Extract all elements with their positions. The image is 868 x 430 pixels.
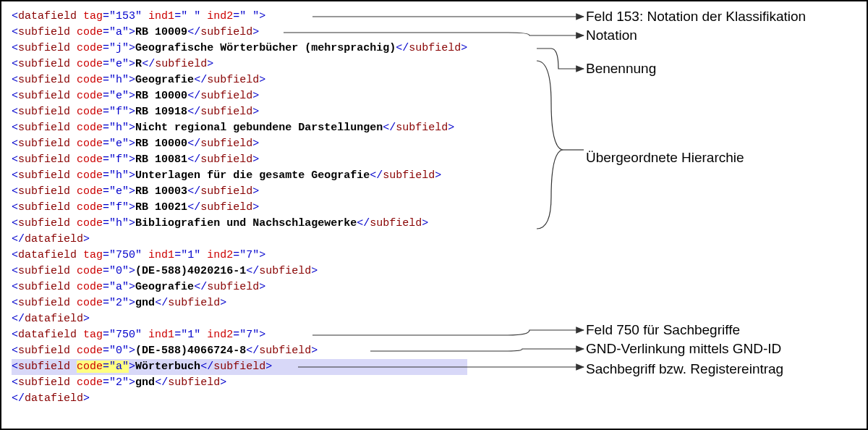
code-line: <subfield code="h">Geografie</subfield> [12, 72, 467, 88]
code-line: <subfield code="f">RB 10918</subfield> [12, 104, 467, 120]
code-line: <datafield tag="750" ind1="1" ind2="7"> [12, 248, 467, 264]
code-line: <subfield code="0">(DE-588)4020216-1</su… [12, 264, 467, 279]
code-line: <subfield code="h">Nicht regional gebund… [12, 120, 467, 136]
code-line: <subfield code="e">RB 10000</subfield> [12, 88, 467, 104]
code-line: <subfield code="h">Unterlagen für die ge… [12, 168, 467, 184]
annot-benennung: Benennung [586, 61, 656, 77]
code-line: <subfield code="e">RB 10000</subfield> [12, 136, 467, 152]
code-line: <subfield code="a">Wörterbuch</subfield> [12, 359, 467, 375]
annot-notation: Notation [586, 28, 637, 43]
annot-gndlink: GND-Verlinkung mittels GND-ID [586, 341, 781, 357]
code-line: <subfield code="a">RB 10009</subfield> [12, 25, 467, 41]
code-line: <subfield code="f">RB 10021</subfield> [12, 200, 467, 216]
code-line: <subfield code="0">(DE-588)4066724-8</su… [12, 343, 467, 359]
code-line: <subfield code="f">RB 10081</subfield> [12, 152, 467, 168]
code-line: <datafield tag="153" ind1=" " ind2=" "> [12, 9, 467, 25]
code-line: <subfield code="2">gnd</subfield> [12, 375, 467, 391]
code-line: <subfield code="2">gnd</subfield> [12, 295, 467, 311]
code-line: <subfield code="h">Bibliografien und Nac… [12, 216, 467, 232]
annot-feld750: Feld 750 für Sachbegriffe [586, 322, 740, 338]
code-line: </datafield> [12, 311, 467, 327]
code-line: <datafield tag="750" ind1="1" ind2="7"> [12, 327, 467, 343]
annot-hierarchie: Übergeordnete Hierarchie [586, 150, 744, 166]
code-line: </datafield> [12, 391, 467, 407]
annot-feld153: Feld 153: Notation der Klassifikation [586, 9, 806, 25]
xml-code-block: <datafield tag="153" ind1=" " ind2=" "><… [12, 9, 467, 407]
code-line: <subfield code="e">RB 10003</subfield> [12, 184, 467, 200]
code-line: <subfield code="a">Geografie</subfield> [12, 279, 467, 295]
code-line: </datafield> [12, 232, 467, 248]
code-line: <subfield code="e">R</subfield> [12, 56, 467, 72]
code-line: <subfield code="j">Geografische Wörterbü… [12, 41, 467, 56]
annot-sachbegriff: Sachbegriff bzw. Registereintrag [586, 361, 783, 377]
